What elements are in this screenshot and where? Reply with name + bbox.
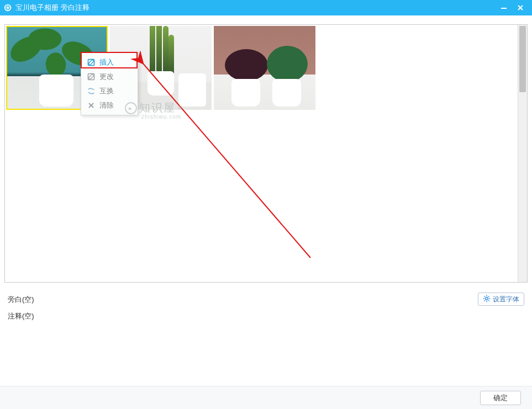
svg-line-11 — [488, 300, 489, 301]
thumbnail-3[interactable] — [214, 26, 315, 110]
svg-line-10 — [484, 296, 486, 297]
menu-item-clear[interactable]: 清除 — [81, 98, 138, 113]
gear-icon — [483, 295, 491, 304]
svg-line-13 — [484, 300, 486, 301]
edit-modify-icon — [87, 73, 95, 81]
menu-item-label: 清除 — [99, 100, 114, 110]
title-bar: 宝川电子相册 旁白注释 — [0, 0, 532, 15]
menu-item-label: 插入 — [99, 57, 114, 67]
edit-insert-icon — [87, 59, 95, 67]
footer-bar: 确定 — [0, 386, 532, 409]
menu-item-label: 互换 — [99, 86, 114, 96]
window-title: 宝川电子相册 旁白注释 — [15, 3, 89, 13]
svg-point-5 — [486, 297, 488, 300]
menu-item-insert[interactable]: 插入 — [81, 55, 138, 70]
scrollbar-thumb[interactable] — [519, 26, 526, 92]
swap-icon — [87, 87, 95, 95]
menu-item-modify[interactable]: 更改 — [81, 70, 138, 84]
menu-item-label: 更改 — [99, 72, 114, 82]
annotation-label: 注释(空) — [8, 311, 34, 321]
menu-item-swap[interactable]: 互换 — [81, 84, 138, 98]
context-menu: 插入 更改 互换 清除 — [81, 52, 138, 115]
app-icon — [3, 3, 12, 12]
clear-icon — [87, 102, 95, 110]
narration-label: 旁白(空) — [8, 295, 34, 305]
vertical-scrollbar[interactable] — [518, 25, 527, 282]
set-font-button[interactable]: 设置字体 — [478, 293, 524, 306]
svg-rect-1 — [501, 8, 507, 9]
minimize-button[interactable] — [496, 0, 512, 15]
close-button[interactable] — [512, 0, 529, 15]
fields-area: 旁白(空) 设置字体 注释(空) — [8, 293, 524, 326]
ok-button[interactable]: 确定 — [480, 391, 521, 405]
svg-line-12 — [488, 296, 489, 297]
set-font-label: 设置字体 — [493, 295, 519, 304]
